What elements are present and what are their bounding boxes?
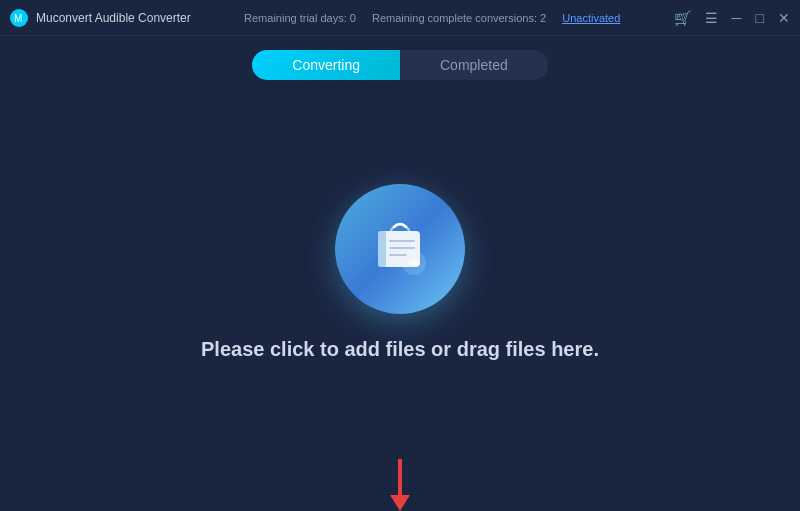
- titlebar: M Muconvert Audible Converter Remaining …: [0, 0, 800, 36]
- down-arrow: [390, 459, 410, 511]
- menu-icon[interactable]: ☰: [705, 10, 718, 26]
- arrow-head: [390, 495, 410, 511]
- trial-days-text: Remaining trial days: 0: [244, 12, 356, 24]
- titlebar-left: M Muconvert Audible Converter: [10, 9, 191, 27]
- maximize-icon[interactable]: □: [756, 10, 764, 26]
- titlebar-right: 🛒 ☰ ─ □ ✕: [674, 10, 790, 26]
- tabbar: Converting Completed: [0, 36, 800, 90]
- svg-rect-3: [378, 231, 386, 267]
- arrow-indicator: [0, 455, 800, 511]
- svg-text:M: M: [14, 13, 22, 24]
- titlebar-center: Remaining trial days: 0 Remaining comple…: [244, 12, 620, 24]
- book-icon: [364, 213, 436, 285]
- minimize-icon[interactable]: ─: [732, 10, 742, 26]
- conversions-text: Remaining complete conversions: 2: [372, 12, 546, 24]
- arrow-shaft: [398, 459, 402, 495]
- close-icon[interactable]: ✕: [778, 10, 790, 26]
- tab-completed[interactable]: Completed: [400, 50, 548, 80]
- drop-zone[interactable]: Please click to add files or drag files …: [0, 90, 800, 455]
- drop-zone-text: Please click to add files or drag files …: [201, 338, 599, 361]
- book-icon-circle: [335, 184, 465, 314]
- cart-icon[interactable]: 🛒: [674, 10, 691, 26]
- app-title-text: Muconvert Audible Converter: [36, 11, 191, 25]
- unactivated-link[interactable]: Unactivated: [562, 12, 620, 24]
- app-icon: M: [10, 9, 28, 27]
- tab-converting[interactable]: Converting: [252, 50, 400, 80]
